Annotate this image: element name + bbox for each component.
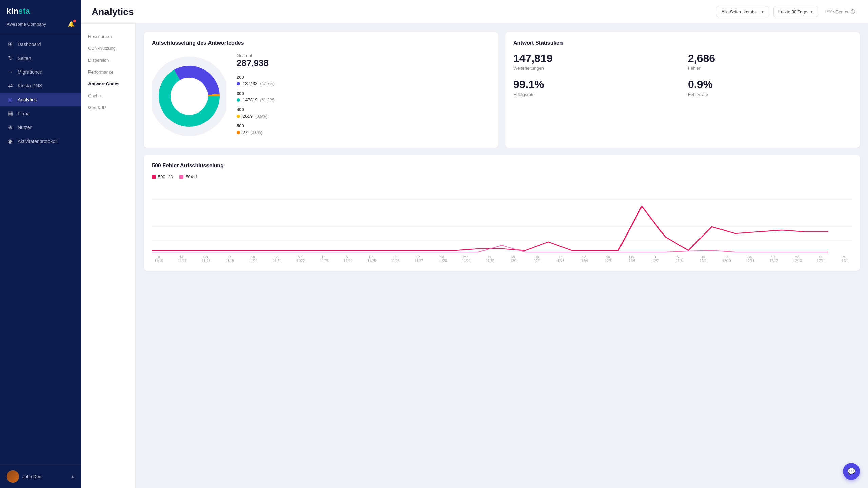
subnav-cache[interactable]: Cache	[81, 90, 135, 102]
stat-weiterleitungen: 147,819 Weiterleitungen	[513, 53, 677, 71]
sidebar-item-seiten[interactable]: ↻ Seiten	[0, 51, 81, 65]
x-axis: Di.11/16 Mi.11/17 Do.11/18 Fr.11/19 Sa.1…	[152, 254, 852, 263]
x-label: Sa.11/27	[412, 255, 426, 263]
legend-504-badge: 504: 1	[179, 174, 198, 179]
user-info[interactable]: John Doe	[7, 470, 41, 483]
legend-dot-500	[237, 131, 240, 134]
legend-500: 500 27 (0.0%)	[237, 123, 490, 135]
donut-card-inner: Gesamt 287,938 200 137433 (47.7%)	[152, 53, 490, 140]
legend-300: 300 147819 (51.3%)	[237, 91, 490, 102]
x-label: Mo.11/22	[294, 255, 308, 263]
stat-label-fehler: Fehler	[688, 66, 852, 71]
legend-400: 400 2659 (0.9%)	[237, 107, 490, 119]
x-label: Do.12/2	[531, 255, 544, 263]
x-label: Fr.12/3	[554, 255, 568, 263]
stat-label-fehlerrate: Fehlerrate	[688, 92, 852, 97]
stat-label-erfolgsrate: Erfolgsrate	[513, 92, 677, 97]
sidebar-item-aktivitaet[interactable]: ◉ Aktivitätenprotokoll	[0, 134, 81, 148]
header-controls: Alle Seiten komb... ▼ Letzte 30 Tage ▼ H…	[716, 6, 858, 18]
error-line-chart	[152, 186, 852, 254]
avatar	[7, 470, 19, 483]
subnav-performance[interactable]: Performance	[81, 66, 135, 78]
sidebar-label-dashboard: Dashboard	[18, 42, 41, 47]
x-label: Mo.12/6	[625, 255, 639, 263]
sidebar: kinsta Awesome Company 🔔 ⊞ Dashboard ↻ S…	[0, 0, 81, 488]
sidebar-item-analytics[interactable]: ◎ Analytics	[0, 93, 81, 106]
legend-total-value: 287,938	[237, 58, 490, 68]
sidebar-label-kinsta-dns: Kinsta DNS	[18, 83, 42, 88]
pages-filter-dropdown[interactable]: Alle Seiten komb... ▼	[716, 6, 769, 17]
x-label: Sa.12/11	[744, 255, 757, 263]
sidebar-label-firma: Firma	[18, 111, 30, 116]
badge-label-500: 500: 28	[158, 174, 173, 179]
x-label: So.12/12	[767, 255, 781, 263]
legend-val-500: 27	[243, 130, 248, 135]
sidebar-item-firma[interactable]: ▦ Firma	[0, 106, 81, 120]
subnav-antwort[interactable]: Antwort Codes	[81, 78, 135, 90]
x-label: Mo.12/13	[791, 255, 804, 263]
x-label: Mi.12/1	[838, 255, 852, 263]
stat-value-weiterleitungen: 147,819	[513, 53, 677, 64]
x-label: Di.11/23	[317, 255, 331, 263]
sidebar-item-kinsta-dns[interactable]: ⇄ Kinsta DNS	[0, 79, 81, 93]
subnav-ressourcen[interactable]: Ressourcen	[81, 30, 135, 42]
chat-icon: 💬	[847, 467, 856, 475]
x-label: Do.11/18	[199, 255, 213, 263]
notification-badge	[73, 20, 76, 22]
sidebar-item-dashboard[interactable]: ⊞ Dashboard	[0, 37, 81, 51]
badge-label-504: 504: 1	[185, 174, 198, 179]
sub-navigation: Ressourcen CDN-Nutzung Dispersion Perfor…	[81, 24, 136, 488]
top-cards-row: Aufschlüsselung des Antwortcodes	[144, 32, 860, 148]
legend-500-badge: 500: 28	[152, 174, 173, 179]
legend-code-500: 500	[237, 123, 490, 128]
badge-dot-500	[152, 175, 156, 179]
subnav-dispersion[interactable]: Dispersion	[81, 54, 135, 66]
subnav-geo[interactable]: Geo & IP	[81, 102, 135, 114]
sidebar-label-nutzer: Nutzer	[18, 125, 32, 130]
migrationen-icon: →	[7, 69, 14, 75]
sidebar-label-aktivitaet: Aktivitätenprotokoll	[18, 139, 58, 144]
help-center-button[interactable]: Hilfe-Center ⓘ	[823, 6, 858, 18]
subnav-cdn[interactable]: CDN-Nutzung	[81, 42, 135, 54]
x-label: Mi.12/1	[507, 255, 520, 263]
stat-value-fehler: 2,686	[688, 53, 852, 64]
stats-grid: 147,819 Weiterleitungen 2,686 Fehler 99.…	[513, 53, 852, 97]
stat-label-weiterleitungen: Weiterleitungen	[513, 66, 677, 71]
stats-card: Antwort Statistiken 147,819 Weiterleitun…	[505, 32, 860, 148]
donut-chart-card: Aufschlüsselung des Antwortcodes	[144, 32, 498, 148]
stat-value-erfolgsrate: 99.1%	[513, 79, 677, 90]
stat-fehler: 2,686 Fehler	[688, 53, 852, 71]
chat-button[interactable]: 💬	[843, 463, 860, 480]
x-label: Di.12/7	[649, 255, 662, 263]
sidebar-label-migrationen: Migrationen	[18, 69, 42, 75]
legend-total-label: Gesamt	[237, 53, 490, 58]
logo-area: kinsta	[0, 0, 81, 19]
period-filter-dropdown[interactable]: Letzte 30 Tage ▼	[773, 6, 818, 17]
page-title: Analytics	[92, 6, 134, 17]
svg-point-1	[171, 78, 208, 115]
x-label: So.11/28	[436, 255, 449, 263]
legend-row-200: 137433 (47.7%)	[237, 81, 490, 86]
x-label: Mi.11/17	[176, 255, 189, 263]
bell-button[interactable]: 🔔	[68, 21, 75, 27]
user-section: John Doe ▲	[0, 465, 81, 488]
x-label: Mo.11/29	[459, 255, 473, 263]
page-header: Analytics Alle Seiten komb... ▼ Letzte 3…	[81, 0, 868, 24]
stat-fehlerrate: 0.9% Fehlerrate	[688, 79, 852, 97]
stat-erfolgsrate: 99.1% Erfolgsrate	[513, 79, 677, 97]
x-label: Sa.12/4	[578, 255, 591, 263]
bell-icon: 🔔	[68, 21, 75, 27]
sidebar-item-migrationen[interactable]: → Migrationen	[0, 65, 81, 79]
legend-val-400: 2659	[243, 114, 253, 119]
x-label: So.11/21	[270, 255, 284, 263]
x-label: Di.11/16	[152, 255, 165, 263]
x-label: Mi.12/8	[672, 255, 686, 263]
user-chevron-icon[interactable]: ▲	[71, 474, 75, 479]
error-chart-card: 500 Fehler Aufschlüsselung 500: 28 504: …	[144, 155, 860, 271]
x-label: Mi.11/24	[341, 255, 355, 263]
legend-val-300: 147819	[243, 97, 257, 102]
sidebar-item-nutzer[interactable]: ⊕ Nutzer	[0, 120, 81, 134]
sidebar-label-seiten: Seiten	[18, 56, 31, 61]
chart-legend: Gesamt 287,938 200 137433 (47.7%)	[237, 53, 490, 140]
content-area: Ressourcen CDN-Nutzung Dispersion Perfor…	[81, 24, 868, 488]
